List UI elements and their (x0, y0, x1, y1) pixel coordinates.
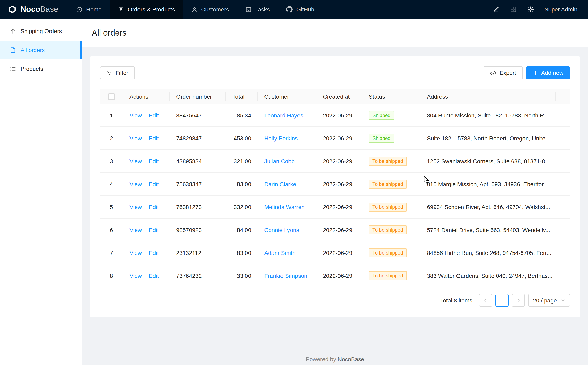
column-header-spacer (556, 89, 570, 104)
spacer-cell (556, 127, 570, 150)
status-cell: To be shipped (362, 218, 421, 241)
customer-link[interactable]: Connie Lyons (264, 227, 299, 233)
actions-cell: ViewEdit (123, 241, 170, 264)
plugins-grid-icon[interactable] (510, 6, 517, 13)
address-cell: 1252 Swaniawski Corners, Suite 688, 8137… (421, 150, 556, 173)
row-index: 4 (100, 173, 123, 196)
edit-link[interactable]: Edit (149, 135, 159, 141)
select-all-checkbox[interactable] (108, 93, 115, 100)
row-index: 3 (100, 150, 123, 173)
export-button[interactable]: Export (484, 66, 523, 79)
actions-cell: ViewEdit (123, 173, 170, 196)
nav-item-github[interactable]: GitHub (278, 0, 322, 19)
table-row: 4 ViewEdit 75638347 83.00 Darin Clarke 2… (100, 173, 570, 196)
sidebar-item-shipping-orders[interactable]: Shipping Orders (0, 22, 81, 40)
customer-link[interactable]: Melinda Warren (264, 204, 305, 210)
order-number-cell: 38475647 (170, 104, 226, 127)
status-cell: To be shipped (362, 150, 421, 173)
status-badge: To be shipped (369, 203, 407, 211)
action-divider (145, 182, 145, 187)
row-index: 6 (100, 218, 123, 241)
list-icon (10, 66, 16, 72)
orders-products-icon (118, 6, 124, 13)
customer-link[interactable]: Leonard Hayes (264, 112, 303, 119)
view-link[interactable]: View (130, 158, 142, 164)
column-header-total: Total (226, 89, 258, 104)
row-index: 5 (100, 196, 123, 218)
navbar-right: Super Admin (493, 0, 588, 19)
status-cell: To be shipped (362, 241, 421, 264)
actions-cell: ViewEdit (123, 264, 170, 287)
column-header-order-number: Order number (170, 89, 226, 104)
column-header-actions: Actions (123, 89, 170, 104)
created-at-cell: 2022-06-29 (316, 264, 362, 287)
edit-link[interactable]: Edit (149, 181, 159, 187)
view-link[interactable]: View (130, 112, 142, 119)
view-link[interactable]: View (130, 181, 142, 187)
status-badge: Shipped (369, 134, 394, 143)
footer-brand-link[interactable]: NocoBase (338, 356, 364, 363)
sidebar-item-products[interactable]: Products (0, 60, 81, 78)
status-cell: Shipped (362, 104, 421, 127)
prev-page-button[interactable] (479, 294, 492, 307)
pagination-total: Total 8 items (440, 297, 472, 304)
created-at-cell: 2022-06-29 (316, 150, 362, 173)
spacer-cell (556, 150, 570, 173)
ui-editor-pen-icon[interactable] (493, 6, 500, 13)
footer: Powered by NocoBase (82, 356, 588, 363)
address-cell: 84856 Hirthe Run, Suite 268, 94754-6705,… (421, 241, 556, 264)
table-row: 5 ViewEdit 76381273 332.00 Melinda Warre… (100, 196, 570, 218)
view-link[interactable]: View (130, 204, 142, 210)
toolbar-right: Export Add new (484, 66, 570, 79)
settings-gear-icon[interactable] (527, 6, 534, 13)
nav-item-label: Orders & Products (128, 6, 175, 13)
page-1-button[interactable]: 1 (495, 294, 508, 307)
tasks-icon (245, 6, 251, 13)
add-new-button[interactable]: Add new (526, 66, 570, 79)
orders-table: Actions Order number Total Customer Crea… (100, 89, 570, 288)
column-header-address: Address (421, 89, 556, 104)
edit-link[interactable]: Edit (149, 272, 159, 279)
nav-item-tasks[interactable]: Tasks (237, 0, 278, 19)
edit-link[interactable]: Edit (149, 158, 159, 164)
cloud-upload-icon (490, 70, 496, 76)
customer-link[interactable]: Julian Cobb (264, 158, 295, 164)
total-cell: 84.00 (226, 218, 258, 241)
table-row: 6 ViewEdit 98570923 84.00 Connie Lyons 2… (100, 218, 570, 241)
customer-cell: Melinda Warren (258, 196, 316, 218)
actions-cell: ViewEdit (123, 127, 170, 150)
edit-link[interactable]: Edit (149, 226, 159, 233)
action-divider (145, 227, 145, 233)
nocobase-logo[interactable]: NocoBase (0, 0, 68, 19)
page-title: All orders (92, 27, 578, 38)
view-link[interactable]: View (130, 249, 142, 256)
status-badge: To be shipped (369, 248, 407, 257)
customer-link[interactable]: Holly Perkins (264, 135, 298, 141)
edit-link[interactable]: Edit (149, 112, 159, 119)
customer-link[interactable]: Adam Smith (264, 250, 296, 256)
sidebar-item-all-orders[interactable]: All orders (0, 41, 81, 59)
status-cell: To be shipped (362, 173, 421, 196)
view-link[interactable]: View (130, 226, 142, 233)
view-link[interactable]: View (130, 135, 142, 141)
edit-link[interactable]: Edit (149, 249, 159, 256)
user-menu[interactable]: Super Admin (544, 6, 577, 13)
customer-link[interactable]: Darin Clarke (264, 181, 296, 187)
customer-cell: Connie Lyons (258, 218, 316, 241)
order-number-cell: 76381273 (170, 196, 226, 218)
nav-item-home[interactable]: Home (68, 0, 110, 19)
nav-item-label: GitHub (297, 6, 314, 13)
filter-button[interactable]: Filter (100, 66, 135, 79)
customer-cell: Leonard Hayes (258, 104, 316, 127)
action-divider (145, 205, 145, 210)
total-cell: 332.00 (226, 196, 258, 218)
edit-link[interactable]: Edit (149, 204, 159, 210)
nav-item-customers[interactable]: Customers (183, 0, 237, 19)
page-size-select[interactable]: 20 / page (528, 294, 570, 307)
created-at-cell: 2022-06-29 (316, 173, 362, 196)
next-page-button[interactable] (512, 294, 525, 307)
customer-link[interactable]: Frankie Simpson (264, 273, 307, 279)
nocobase-logo-icon (7, 5, 17, 14)
view-link[interactable]: View (130, 272, 142, 279)
nav-item-orders-products[interactable]: Orders & Products (110, 0, 183, 19)
